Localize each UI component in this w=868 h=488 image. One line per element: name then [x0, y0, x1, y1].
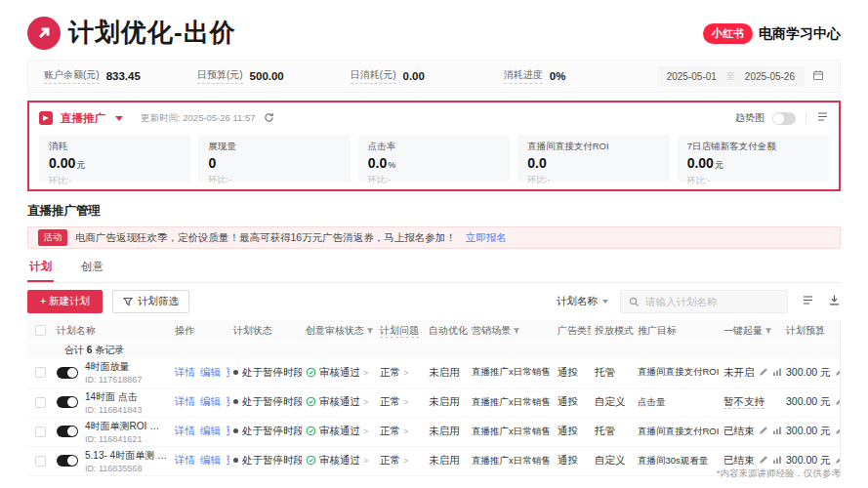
auto-text: 未启用 [429, 366, 460, 378]
edit-pencil-icon[interactable] [759, 454, 768, 466]
metric-cards: 消耗 0.00元 环比:- 展现量 0 环比:- 点击率 0.0% 环比:- 直… [39, 135, 829, 182]
row-checkbox[interactable] [35, 427, 46, 437]
plan-enabled-toggle[interactable] [57, 396, 78, 408]
detail-link[interactable]: 详情 [175, 395, 195, 407]
row-checkbox[interactable] [35, 456, 46, 467]
filter-icon[interactable] [366, 325, 374, 336]
detail-link[interactable]: 详情 [175, 366, 195, 378]
more-link[interactable]: 更多 [226, 454, 229, 466]
section-title: 直播推广管理 [27, 203, 841, 220]
boost-text: 已结束 [723, 425, 755, 436]
chevron-right-icon[interactable]: > [403, 427, 408, 436]
issue-text: 正常 [380, 454, 400, 466]
filter-icon[interactable] [513, 325, 520, 336]
metric-unit: 元 [76, 160, 85, 170]
metric-label: 展现量 [208, 141, 340, 153]
chart-bars-icon[interactable] [772, 454, 782, 466]
column-settings-icon[interactable] [802, 293, 814, 310]
detail-link[interactable]: 详情 [175, 425, 195, 436]
auto-text: 未启用 [429, 395, 460, 407]
chevron-right-icon[interactable]: > [403, 368, 408, 378]
chart-bars-icon[interactable] [772, 425, 782, 436]
summary-row: 合计 6 条记录 [27, 342, 841, 358]
date-end[interactable]: 2025-05-26 [745, 71, 795, 82]
target-text: 直播间直接支付ROI [638, 426, 719, 436]
check-circle-icon [306, 426, 316, 436]
search-icon [629, 297, 640, 307]
date-start[interactable]: 2025-05-01 [667, 71, 717, 82]
trend-chart-toggle[interactable] [772, 112, 796, 125]
edit-pencil-icon[interactable] [759, 425, 768, 436]
edit-link[interactable]: 编辑 [200, 366, 221, 378]
chevron-right-icon[interactable]: > [363, 368, 368, 378]
filter-icon[interactable] [765, 325, 772, 336]
edit-pencil-icon[interactable] [759, 366, 768, 378]
stat-label: 日消耗(元) [351, 68, 396, 84]
target-text: 点击量 [638, 396, 666, 407]
stat-spend-progress: 消耗进度 0% [504, 68, 657, 84]
download-icon[interactable] [828, 293, 841, 310]
plan-enabled-toggle[interactable] [57, 426, 78, 437]
row-checkbox[interactable] [35, 367, 46, 378]
edit-link[interactable]: 编辑 [200, 395, 221, 407]
plan-name[interactable]: 14时面 点击 [85, 390, 142, 404]
select-all-checkbox[interactable] [35, 325, 46, 336]
budget-text: 300.00 元 [786, 366, 831, 378]
refresh-icon[interactable] [264, 109, 274, 127]
scene-text: 直播推广x日常销售 [472, 426, 551, 436]
plan-enabled-toggle[interactable] [57, 455, 78, 467]
ad-type-text: 通投 [558, 366, 578, 378]
chevron-right-icon[interactable]: > [363, 456, 368, 466]
chevron-down-icon[interactable] [115, 116, 123, 121]
metric-compare: 环比:- [687, 175, 819, 187]
scene-text: 直播推广x日常销售 [472, 396, 551, 407]
metric-card-ctr: 点击率 0.0% 环比:- [358, 135, 510, 182]
channel-selector[interactable]: 直播推广 [61, 111, 105, 126]
promotion-overview-panel: 直播推广 更新时间: 2025-05-26 11:57 趋势图 消耗 0.00元… [27, 101, 841, 191]
col-plan-name: 计划名称 [53, 320, 171, 342]
plan-name[interactable]: 5.13- 4时面单测 基础+家居_20250... [85, 449, 167, 463]
scene-text: 直播推广x日常销售 [472, 455, 551, 466]
more-link[interactable]: 更多 [226, 425, 229, 436]
boost-text: 未开启 [723, 366, 755, 378]
chevron-right-icon[interactable]: > [363, 427, 368, 436]
search-field-select[interactable]: 计划名称 [557, 295, 608, 308]
chevron-right-icon[interactable]: > [403, 397, 408, 407]
tab-plan[interactable]: 计划 [27, 256, 54, 282]
plan-name[interactable]: 4时面放量 [85, 360, 142, 374]
target-text: 直播间30s观看量 [638, 455, 708, 466]
search-input[interactable] [645, 296, 779, 307]
row-checkbox[interactable] [35, 397, 46, 408]
disclaimer-text: *内容来源讲师经验，仅供参考 [717, 468, 841, 480]
chart-bars-icon[interactable] [772, 366, 782, 378]
chevron-right-icon[interactable]: > [363, 397, 368, 407]
plan-id: ID: 117618867 [85, 375, 142, 385]
plan-name[interactable]: 4时面单测ROI 基础+家居 [85, 420, 167, 433]
calendar-icon[interactable] [812, 67, 824, 85]
metric-compare: 环比:- [208, 174, 340, 186]
brand-name: 电商学习中心 [759, 25, 841, 43]
col-operations: 操作 [171, 320, 229, 342]
tab-creative[interactable]: 创意 [79, 256, 105, 282]
stat-value: 500.00 [250, 70, 284, 82]
col-marketing-scene: 营销场景 [468, 320, 554, 342]
edit-link[interactable]: 编辑 [200, 454, 221, 466]
metric-list-icon[interactable] [816, 109, 829, 127]
edit-link[interactable]: 编辑 [200, 425, 221, 436]
stat-daily-spend: 日消耗(元) 0.00 [351, 68, 504, 84]
metric-compare: 环比:- [49, 175, 181, 187]
chevron-right-icon[interactable]: > [403, 456, 408, 466]
plan-enabled-toggle[interactable] [57, 367, 78, 379]
metric-compare: 环比:- [368, 174, 500, 186]
plan-id: ID: 116841621 [85, 434, 167, 444]
scene-text: 直播推广x日常销售 [472, 366, 551, 377]
stat-value: 833.45 [106, 70, 141, 82]
new-plan-button[interactable]: + 新建计划 [27, 290, 103, 313]
signup-link[interactable]: 立即报名 [466, 231, 507, 245]
more-link[interactable]: 更多 [226, 366, 229, 378]
detail-link[interactable]: 详情 [175, 454, 195, 466]
more-link[interactable]: 更多 [226, 395, 229, 407]
table-row: 4时面单测ROI 基础+家居 ID: 116841621 详情编辑更多 处于暂停… [27, 417, 841, 446]
date-range-picker[interactable]: 2025-05-01 至 2025-05-26 [657, 66, 824, 87]
plan-filter-button[interactable]: 计划筛选 [112, 290, 189, 313]
